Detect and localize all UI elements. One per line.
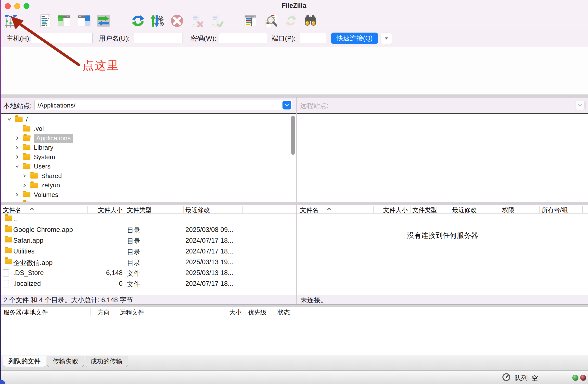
tab-failed-transfers[interactable]: 传输失败	[47, 356, 84, 367]
header-filename[interactable]: 文件名	[300, 206, 318, 214]
header-filesize[interactable]: 文件大小	[87, 206, 123, 214]
tab-successful-transfers[interactable]: 成功的传输	[85, 356, 128, 367]
file-row-wecom[interactable]: 企业微信.app 目录 2025/03/13 19...	[0, 257, 296, 268]
tree-item-applications[interactable]: Applications	[0, 134, 296, 143]
reconnect-icon	[209, 14, 223, 28]
header-remote-file[interactable]: 远程文件	[120, 308, 144, 316]
cell-name: .localized	[13, 280, 41, 288]
tree-item-vol[interactable]: .vol	[0, 124, 296, 134]
remote-directory-tree	[297, 113, 588, 202]
local-site-combobox[interactable]: /Applications/	[34, 100, 292, 110]
folder-icon	[5, 237, 12, 242]
chevron-down-icon[interactable]	[6, 116, 12, 122]
header-filename[interactable]: 文件名	[3, 206, 21, 214]
disconnect-button[interactable]	[189, 14, 204, 28]
chevron-right-icon[interactable]	[14, 145, 20, 151]
local-file-list: .. Google Chrome.app 目录 2025/03/08 09...…	[0, 213, 296, 295]
local-site-label: 本地站点:	[3, 101, 32, 110]
folder-icon	[30, 173, 38, 178]
file-row-up[interactable]: ..	[0, 213, 296, 224]
local-site-dropdown-button[interactable]	[282, 101, 291, 110]
port-label: 端口(P):	[272, 34, 296, 43]
synchronized-browsing-button[interactable]	[284, 14, 298, 28]
tree-item-partial[interactable]	[0, 200, 296, 202]
local-status-text: 2 个文件 和 4 个目录。大小总计: 6,148 字节	[0, 295, 296, 304]
header-status[interactable]: 状态	[278, 308, 290, 316]
refresh-button[interactable]	[131, 14, 145, 28]
queue-status-text: 队列: 空	[514, 374, 538, 383]
header-owner-group[interactable]: 所有者/组	[542, 206, 568, 214]
column-divider	[125, 206, 125, 212]
dropdown-triangle-icon	[384, 37, 389, 40]
toggle-transfer-queue-button[interactable]	[96, 14, 111, 28]
log-splitter[interactable]	[0, 95, 588, 97]
cell-type: 文件	[127, 280, 140, 289]
quickconnect-dropdown-button[interactable]	[380, 33, 392, 44]
file-row-google-chrome[interactable]: Google Chrome.app 目录 2025/03/08 09...	[0, 224, 296, 235]
cell-type: 目录	[127, 258, 140, 267]
local-pane-splitter[interactable]	[0, 202, 296, 205]
chevron-right-icon[interactable]	[21, 173, 27, 179]
file-row-dsstore[interactable]: .DS_Store 6,148 文件 2025/03/13 18...	[0, 268, 296, 278]
remote-pane-splitter[interactable]	[297, 202, 588, 205]
column-divider	[450, 206, 450, 212]
tree-item-root[interactable]: /	[0, 115, 296, 124]
chevron-right-icon[interactable]	[14, 135, 20, 141]
chevron-right-icon[interactable]	[14, 192, 20, 198]
tree-scrollbar-thumb[interactable]	[291, 115, 295, 155]
file-row-safari[interactable]: Safari.app 目录 2024/07/17 18...	[0, 235, 296, 246]
cell-name: Google Chrome.app	[13, 226, 73, 234]
chevron-down-icon	[578, 104, 582, 107]
header-size[interactable]: 大小	[206, 308, 242, 316]
queue-splitter[interactable]	[0, 304, 588, 307]
connection-ok-indicator	[572, 375, 578, 381]
header-permissions[interactable]: 权限	[502, 206, 514, 214]
cancel-operation-button[interactable]	[170, 14, 184, 28]
chevron-right-icon[interactable]	[14, 154, 20, 160]
chevron-down-icon[interactable]	[14, 164, 20, 170]
header-priority[interactable]: 优先级	[248, 308, 267, 316]
cancel-icon	[170, 14, 184, 28]
tree-item-library[interactable]: Library	[0, 143, 296, 153]
file-row-utilities[interactable]: Utilities 目录 2024/07/17 18...	[0, 246, 296, 257]
tree-item-users[interactable]: Users	[0, 162, 296, 172]
tree-item-shared[interactable]: Shared	[0, 171, 296, 181]
header-filetype[interactable]: 文件类型	[412, 206, 437, 214]
header-modified[interactable]: 最近修改	[185, 206, 210, 214]
directory-filter-button[interactable]	[243, 14, 257, 28]
process-queue-button[interactable]	[150, 14, 164, 28]
password-input[interactable]	[219, 33, 267, 43]
remote-site-dropdown-button	[575, 101, 585, 110]
port-input[interactable]	[300, 33, 326, 43]
header-modified[interactable]: 最近修改	[452, 206, 477, 214]
tree-item-system[interactable]: System	[0, 152, 296, 162]
tree-item-zetyun[interactable]: zetyun	[0, 181, 296, 190]
queue-tabband: 列队的文件 传输失败 成功的传输	[0, 356, 588, 370]
quickconnect-button[interactable]: 快速连接(Q)	[331, 33, 378, 44]
tree-item-label: Users	[34, 163, 50, 170]
compare-directories-button[interactable]	[303, 14, 317, 28]
tree-item-label: .vol	[34, 125, 44, 133]
tree-item-volumes[interactable]: Volumes	[0, 190, 296, 200]
local-site-path: /Applications/	[38, 100, 289, 109]
column-divider	[183, 206, 184, 212]
remote-site-combobox	[332, 100, 586, 110]
annotation-text: 点这里	[82, 58, 119, 73]
file-row-localized[interactable]: .localized 0 文件 2024/07/17 18...	[0, 278, 296, 289]
header-server-local-file[interactable]: 服务器/本地文件	[3, 308, 48, 316]
tree-item-label: Library	[34, 144, 53, 151]
cell-name: 企业微信.app	[13, 258, 53, 267]
open-folder-icon	[22, 135, 31, 141]
file-icon	[3, 269, 9, 276]
header-direction[interactable]: 方向	[98, 308, 110, 316]
tab-queued-files[interactable]: 列队的文件	[3, 356, 46, 367]
header-filetype[interactable]: 文件类型	[127, 206, 151, 214]
reconnect-button[interactable]	[209, 14, 223, 28]
cell-name: ..	[13, 215, 17, 223]
file-search-button[interactable]	[264, 14, 278, 28]
tree-item-label: /	[26, 115, 28, 123]
chevron-right-icon[interactable]	[21, 182, 27, 188]
folder-icon	[23, 164, 30, 169]
username-input[interactable]	[134, 33, 182, 43]
header-filesize[interactable]: 文件大小	[374, 206, 408, 214]
